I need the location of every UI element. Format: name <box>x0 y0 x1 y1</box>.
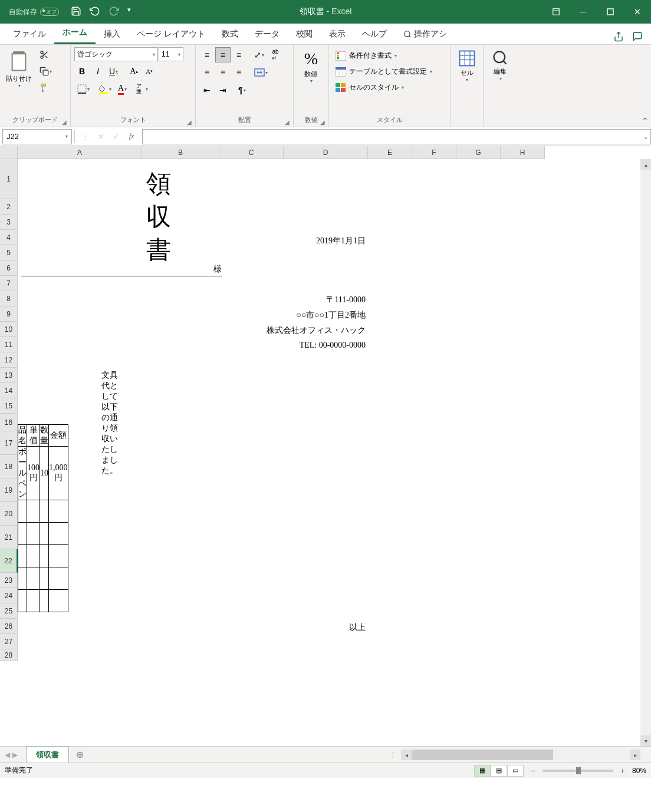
font-color-icon[interactable]: A▾ <box>115 81 130 97</box>
collapse-ribbon-icon[interactable]: ⌃ <box>642 116 649 126</box>
row-header-2[interactable]: 2 <box>0 199 18 214</box>
close-icon[interactable]: ✕ <box>624 0 651 24</box>
ribbon-options-icon[interactable] <box>542 0 570 24</box>
zoom-in-icon[interactable]: + <box>618 766 627 775</box>
row-header-12[interactable]: 12 <box>0 352 18 368</box>
increase-font-icon[interactable]: A▴ <box>127 64 141 79</box>
table-cell[interactable] <box>27 500 40 523</box>
scroll-up-icon[interactable]: ▴ <box>640 159 651 170</box>
table-cell[interactable] <box>40 567 49 590</box>
table-cell[interactable]: 1,000円 <box>49 447 68 500</box>
zoom-level[interactable]: 80% <box>632 767 646 775</box>
furigana-icon[interactable]: ア 亜 <box>133 81 144 97</box>
name-box[interactable]: J22▾ <box>2 129 72 144</box>
sheet-tab-active[interactable]: 領収書 <box>26 747 69 763</box>
autosave-toggle[interactable]: 自動保存 オフ <box>9 7 59 17</box>
sheet-next-icon[interactable]: ▶ <box>12 751 18 759</box>
tab-page-layout[interactable]: ページ レイアウト <box>129 24 213 44</box>
tab-home[interactable]: ホーム <box>54 22 96 44</box>
align-center-icon[interactable]: ≡ <box>215 65 231 80</box>
row-header-27[interactable]: 27 <box>0 634 18 649</box>
comments-icon[interactable] <box>632 31 645 44</box>
table-cell[interactable] <box>40 545 49 567</box>
table-cell[interactable] <box>49 590 68 612</box>
cells-button[interactable]: セル ▾ <box>456 47 478 85</box>
row-header-23[interactable]: 23 <box>0 573 18 588</box>
tab-splitter[interactable]: ⋮ <box>389 750 396 759</box>
table-cell[interactable] <box>18 545 27 567</box>
launcher-icon[interactable]: ◢ <box>285 119 290 126</box>
table-cell[interactable] <box>18 523 27 545</box>
fill-color-icon[interactable]: ▾ <box>96 81 114 97</box>
zoom-out-icon[interactable]: − <box>528 766 538 775</box>
scroll-right-icon[interactable]: ▸ <box>630 750 640 760</box>
formula-input[interactable] <box>142 129 640 144</box>
tab-formulas[interactable]: 数式 <box>213 24 246 44</box>
share-icon[interactable] <box>613 31 626 44</box>
orientation-icon[interactable]: ⤢▾ <box>251 47 267 62</box>
row-header-10[interactable]: 10 <box>0 322 18 337</box>
rtl-icon[interactable]: ¶▾ <box>235 82 249 98</box>
row-header-19[interactable]: 19 <box>0 478 18 502</box>
table-cell[interactable]: ボールペン <box>18 447 27 500</box>
row-header-4[interactable]: 4 <box>0 230 18 245</box>
scroll-thumb[interactable] <box>412 750 553 760</box>
redo-icon[interactable]: ▾ <box>108 6 120 18</box>
table-cell[interactable] <box>27 590 40 612</box>
row-header-8[interactable]: 8 <box>0 291 18 306</box>
row-header-9[interactable]: 9 <box>0 306 18 322</box>
row-header-25[interactable]: 25 <box>0 603 18 619</box>
horizontal-scrollbar[interactable]: ◂ ▸ <box>401 750 640 760</box>
qat-customize-icon[interactable]: ▾ <box>127 6 139 18</box>
col-header-A[interactable]: A <box>18 146 142 159</box>
align-top-icon[interactable]: ≡ <box>199 47 215 62</box>
row-header-1[interactable]: 1 <box>0 159 18 199</box>
table-cell[interactable]: 100円 <box>27 447 40 500</box>
row-header-20[interactable]: 20 <box>0 502 18 526</box>
tab-help[interactable]: ヘルプ <box>354 24 395 44</box>
page-break-view-icon[interactable]: ▭ <box>507 765 524 777</box>
col-header-D[interactable]: D <box>284 146 368 159</box>
row-header-28[interactable]: 28 <box>0 649 18 661</box>
bold-icon[interactable]: B <box>74 64 90 79</box>
font-name-select[interactable]: 游ゴシック▾ <box>74 47 158 61</box>
editing-button[interactable]: 編集 ▾ <box>489 47 511 84</box>
page-layout-view-icon[interactable]: ▤ <box>491 765 507 777</box>
row-header-7[interactable]: 7 <box>0 276 18 291</box>
table-cell[interactable] <box>18 567 27 590</box>
increase-indent-icon[interactable]: ⇥ <box>215 82 231 98</box>
tell-me[interactable]: 操作アシ <box>395 24 455 44</box>
format-painter-icon[interactable] <box>37 80 52 95</box>
minimize-icon[interactable]: ─ <box>570 0 597 24</box>
table-cell[interactable] <box>40 500 49 523</box>
dropdown-icon[interactable]: ⋮ <box>78 130 93 144</box>
col-header-E[interactable]: E <box>368 146 412 159</box>
conditional-format-button[interactable]: 条件付き書式▾ <box>333 49 435 62</box>
row-header-24[interactable]: 24 <box>0 588 18 603</box>
row-header-16[interactable]: 16 <box>0 414 18 431</box>
row-header-13[interactable]: 13 <box>0 368 18 383</box>
save-icon[interactable] <box>71 6 83 18</box>
merge-icon[interactable]: ▾ <box>251 65 271 80</box>
border-icon[interactable]: ▾ <box>74 81 93 97</box>
align-middle-icon[interactable]: ≡ <box>215 47 231 62</box>
table-cell[interactable] <box>49 500 68 523</box>
table-cell[interactable] <box>18 500 27 523</box>
autosave-switch[interactable]: オフ <box>40 8 59 16</box>
vertical-scrollbar[interactable]: ▴ ▾ <box>640 159 651 746</box>
normal-view-icon[interactable]: ▦ <box>474 765 491 777</box>
tab-view[interactable]: 表示 <box>321 24 354 44</box>
scroll-down-icon[interactable]: ▾ <box>640 735 651 746</box>
wrap-text-icon[interactable]: ab↵ <box>268 47 283 62</box>
decrease-indent-icon[interactable]: ⇤ <box>199 82 215 98</box>
copy-icon[interactable]: ▾ <box>37 64 55 79</box>
align-bottom-icon[interactable]: ≡ <box>231 47 246 62</box>
table-cell[interactable] <box>40 590 49 612</box>
italic-icon[interactable]: I <box>90 64 106 79</box>
table-cell[interactable]: 10 <box>40 447 49 500</box>
zoom-slider[interactable] <box>542 770 613 772</box>
scroll-left-icon[interactable]: ◂ <box>401 750 412 760</box>
format-as-table-button[interactable]: テーブルとして書式設定▾ <box>333 65 435 78</box>
number-format-button[interactable]: % 数値 ▾ <box>302 47 320 86</box>
table-cell[interactable] <box>49 523 68 545</box>
